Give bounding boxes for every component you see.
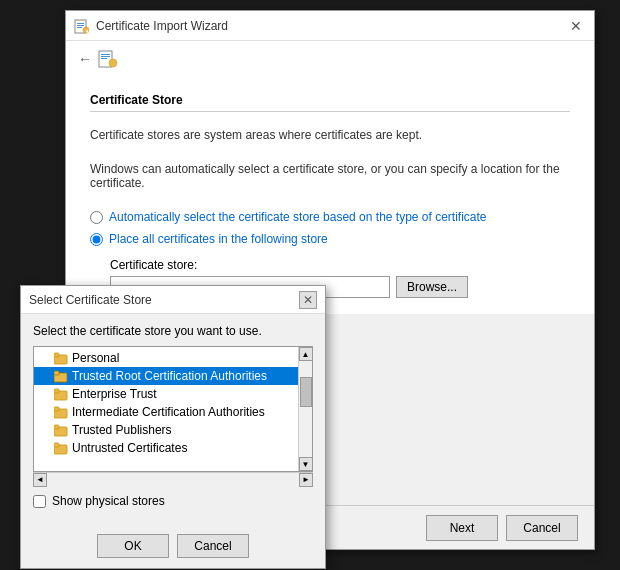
dialog-cancel-button[interactable]: Cancel bbox=[177, 534, 249, 558]
svg-rect-1 bbox=[77, 23, 84, 24]
wizard-title-left: ★ Certificate Import Wizard bbox=[74, 18, 228, 34]
show-physical-label[interactable]: Show physical stores bbox=[52, 494, 165, 508]
section-heading: Certificate Store bbox=[90, 93, 570, 107]
tree-item-enterprise[interactable]: Enterprise Trust bbox=[34, 385, 298, 403]
tree-label-personal: Personal bbox=[72, 351, 119, 365]
dialog-body: Select the certificate store you want to… bbox=[21, 314, 325, 528]
radio-place-label[interactable]: Place all certificates in the following … bbox=[109, 232, 328, 246]
folder-icon-untrusted bbox=[54, 442, 68, 455]
radio-auto[interactable] bbox=[90, 211, 103, 224]
svg-rect-2 bbox=[77, 25, 84, 26]
cert-store-label: Certificate store: bbox=[110, 258, 570, 272]
radio-item-place: Place all certificates in the following … bbox=[90, 232, 570, 246]
scrollbar-up-btn[interactable]: ▲ bbox=[299, 347, 313, 361]
wizard-nav: ← bbox=[66, 41, 594, 77]
cert-icon: ★ bbox=[74, 18, 90, 34]
tree-item-trusted-publishers[interactable]: Trusted Publishers bbox=[34, 421, 298, 439]
radio-auto-label[interactable]: Automatically select the certificate sto… bbox=[109, 210, 487, 224]
dialog-ok-button[interactable]: OK bbox=[97, 534, 169, 558]
svg-rect-16 bbox=[54, 389, 59, 393]
folder-icon-trusted-root bbox=[54, 370, 68, 383]
scrollbar-right-btn[interactable]: ► bbox=[299, 473, 313, 487]
tree-scrollbar-v[interactable]: ▲ ▼ bbox=[298, 347, 312, 471]
scrollbar-h-track bbox=[47, 473, 299, 487]
show-physical-row: Show physical stores bbox=[33, 494, 313, 508]
svg-rect-9 bbox=[101, 58, 107, 59]
wizard-close-button[interactable]: ✕ bbox=[566, 16, 586, 36]
wizard-title-text: Certificate Import Wizard bbox=[96, 19, 228, 33]
scrollbar-thumb[interactable] bbox=[300, 377, 312, 407]
body-text: Windows can automatically select a certi… bbox=[90, 162, 570, 190]
tree-scrollbar-h[interactable]: ◄ ► bbox=[33, 472, 313, 486]
svg-rect-12 bbox=[54, 353, 59, 357]
folder-icon-enterprise bbox=[54, 388, 68, 401]
svg-rect-18 bbox=[54, 407, 59, 411]
folder-icon-intermediate bbox=[54, 406, 68, 419]
tree-label-enterprise: Enterprise Trust bbox=[72, 387, 157, 401]
tree-list: Personal Trusted Root Certification Auth… bbox=[34, 347, 298, 459]
tree-item-personal[interactable]: Personal bbox=[34, 349, 298, 367]
tree-label-trusted-publishers: Trusted Publishers bbox=[72, 423, 172, 437]
tree-label-trusted-root: Trusted Root Certification Authorities bbox=[72, 369, 267, 383]
radio-group: Automatically select the certificate sto… bbox=[90, 210, 570, 246]
svg-rect-8 bbox=[101, 56, 110, 57]
next-button[interactable]: Next bbox=[426, 515, 498, 541]
dialog-title-text: Select Certificate Store bbox=[29, 293, 152, 307]
browse-button[interactable]: Browse... bbox=[396, 276, 468, 298]
cancel-button[interactable]: Cancel bbox=[506, 515, 578, 541]
scrollbar-left-btn[interactable]: ◄ bbox=[33, 473, 47, 487]
scrollbar-down-btn[interactable]: ▼ bbox=[299, 457, 313, 471]
tree-item-trusted-root[interactable]: Trusted Root Certification Authorities bbox=[34, 367, 298, 385]
svg-rect-20 bbox=[54, 425, 59, 429]
show-physical-checkbox[interactable] bbox=[33, 495, 46, 508]
radio-item-auto: Automatically select the certificate sto… bbox=[90, 210, 570, 224]
dialog-description: Select the certificate store you want to… bbox=[33, 324, 313, 338]
cert-store-dialog: Select Certificate Store ✕ Select the ce… bbox=[20, 285, 326, 569]
svg-rect-3 bbox=[77, 27, 82, 28]
folder-icon-personal bbox=[54, 352, 68, 365]
svg-rect-22 bbox=[54, 443, 59, 447]
tree-item-intermediate[interactable]: Intermediate Certification Authorities bbox=[34, 403, 298, 421]
dialog-titlebar: Select Certificate Store ✕ bbox=[21, 286, 325, 314]
back-button[interactable]: ← bbox=[78, 51, 92, 67]
wizard-nav-icon bbox=[98, 49, 118, 69]
section-divider bbox=[90, 111, 570, 112]
dialog-footer: OK Cancel bbox=[21, 528, 325, 568]
folder-icon-trusted-publishers bbox=[54, 424, 68, 437]
tree-item-untrusted[interactable]: Untrusted Certificates bbox=[34, 439, 298, 457]
section-description: Certificate stores are system areas wher… bbox=[90, 128, 570, 142]
cert-store-tree[interactable]: Personal Trusted Root Certification Auth… bbox=[33, 346, 313, 472]
wizard-content: Certificate Store Certificate stores are… bbox=[66, 77, 594, 314]
svg-rect-7 bbox=[101, 54, 110, 55]
svg-point-10 bbox=[109, 59, 117, 67]
svg-rect-14 bbox=[54, 371, 59, 375]
wizard-titlebar: ★ Certificate Import Wizard ✕ bbox=[66, 11, 594, 41]
dialog-close-button[interactable]: ✕ bbox=[299, 291, 317, 309]
tree-label-intermediate: Intermediate Certification Authorities bbox=[72, 405, 265, 419]
tree-label-untrusted: Untrusted Certificates bbox=[72, 441, 187, 455]
radio-place[interactable] bbox=[90, 233, 103, 246]
